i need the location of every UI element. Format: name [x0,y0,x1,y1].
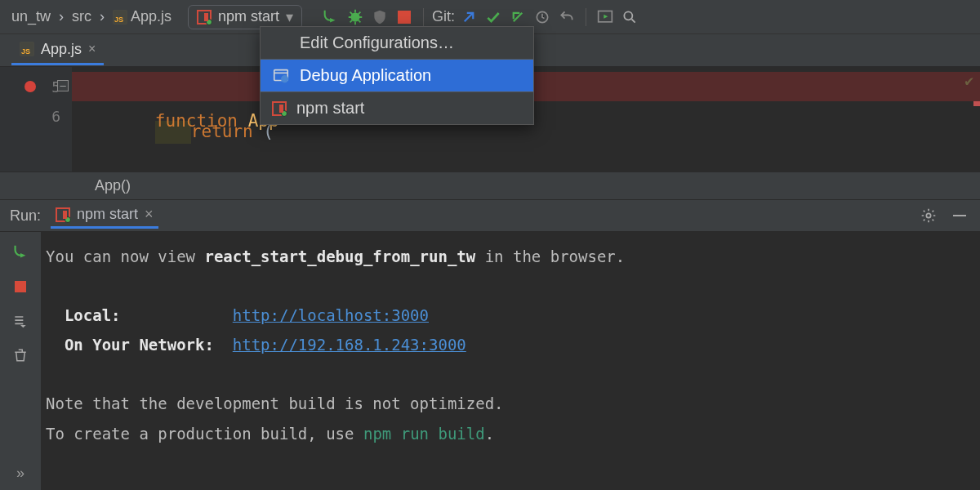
line-number: 6 [51,108,60,125]
console-link-local[interactable]: http://localhost:3000 [233,306,429,324]
svg-point-7 [926,213,930,217]
console-app-name: react_start_debug_from_run_tw [204,247,475,265]
npm-icon [272,101,287,116]
git-history-icon[interactable] [532,7,553,28]
npm-icon [197,10,212,24]
run-toolwindow-body: » You can now view react_start_debug_fro… [0,232,980,490]
console-label-local: Local: [46,306,233,324]
coverage-icon[interactable] [369,7,390,28]
console-npm-cmd: npm run build [363,425,485,443]
console-text: To create a production build, use [46,425,363,443]
run-icon[interactable] [320,7,341,28]
breakpoint-marker-stripe [973,101,980,106]
console-label-network: On Your Network: [46,336,233,354]
chevron-right-icon: › [59,8,64,25]
trash-icon[interactable] [10,345,31,366]
git-commit-icon[interactable] [483,7,504,28]
toolbar-separator [423,8,424,26]
stop-icon[interactable] [394,7,415,28]
function-breadcrumb[interactable]: App() [95,177,131,194]
chevron-right-icon: › [100,8,105,25]
expand-icon[interactable]: » [10,462,31,483]
browser-debug-icon [272,67,290,85]
run-toolwindow-title: Run: [10,207,41,225]
chevron-down-icon: ▾ [286,8,293,26]
svg-rect-8 [953,215,966,216]
console-link-network[interactable]: http://192.168.1.243:3000 [233,336,466,354]
stop-icon[interactable] [10,276,31,297]
breadcrumb-folder[interactable]: src [67,8,96,25]
editor-breadcrumb-bar[interactable]: App() [0,172,980,199]
run-config-label: npm start [218,8,279,25]
run-selected-icon[interactable] [595,7,616,28]
close-icon[interactable]: × [88,42,96,56]
debug-icon[interactable] [345,7,366,28]
run-tab-npm-start[interactable]: npm start × [51,203,158,229]
editor-tab-app-js[interactable]: JS App.js × [11,36,104,65]
console-text: in the browser. [475,247,625,265]
gutter-line[interactable]: 6 [0,101,72,131]
menu-item-label: Edit Configurations… [300,33,454,52]
svg-point-6 [281,75,288,82]
js-file-icon: JS [20,42,34,56]
console-text: Note that the development build is not o… [46,389,975,418]
breadcrumb-file[interactable]: JS App.js [108,8,176,25]
search-icon[interactable] [619,7,640,28]
console-output[interactable]: You can now view react_start_debug_from_… [41,232,980,490]
js-file-icon: JS [113,10,127,24]
toolbar-separator [586,8,586,26]
menu-item-label: Debug Application [300,66,431,85]
svg-rect-9 [15,281,26,292]
gear-icon[interactable] [918,205,939,226]
run-tab-label: npm start [77,206,138,223]
breadcrumb-root[interactable]: un_tw [7,8,56,25]
close-icon[interactable]: × [145,206,154,223]
breadcrumb-root-label: un_tw [11,8,51,25]
npm-icon [56,207,70,222]
breadcrumb-file-label: App.js [131,8,172,25]
run-config-selector[interactable]: npm start ▾ [188,5,302,29]
git-update-icon[interactable] [458,7,479,28]
fold-handle-icon[interactable]: – [57,80,69,91]
run-toolwindow-header: Run: npm start × [0,199,980,232]
menu-item-label: npm start [296,99,364,118]
console-text: You can now view [46,247,204,265]
minimize-icon[interactable] [949,205,970,226]
menu-item-npm-start[interactable]: npm start [261,92,533,124]
breadcrumb-folder-label: src [72,8,91,25]
breakpoint-icon[interactable] [24,81,36,92]
run-config-dropdown: Edit Configurations… Debug Application n… [260,26,534,125]
scroll-to-end-icon[interactable] [10,310,31,332]
svg-point-4 [624,11,632,20]
console-text: . [485,425,494,443]
rerun-icon[interactable] [10,242,31,263]
menu-item-debug-application[interactable]: Debug Application [261,60,533,91]
menu-item-edit-configurations[interactable]: Edit Configurations… [261,27,533,59]
git-push-icon[interactable] [507,7,528,28]
git-label: Git: [432,8,455,25]
run-side-toolbar: » [0,232,41,490]
tab-label: App.js [41,41,82,58]
undo-icon[interactable] [556,7,577,28]
code-keyword: function [155,111,238,131]
svg-rect-1 [398,11,411,24]
